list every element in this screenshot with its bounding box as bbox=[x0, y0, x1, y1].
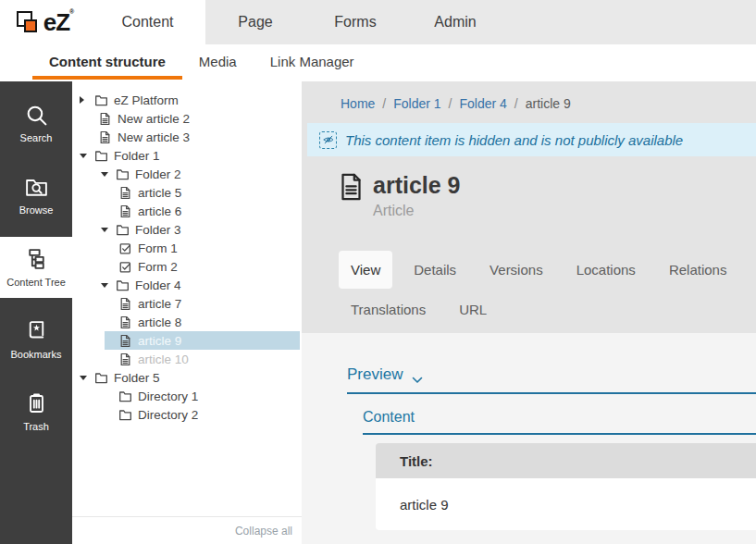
chevron-down-icon[interactable] bbox=[101, 228, 116, 232]
hidden-eye-icon bbox=[323, 134, 334, 145]
tree-item-new-article-2[interactable]: New article 2 bbox=[72, 109, 302, 128]
sidebar-item-label: Bookmarks bbox=[10, 349, 61, 360]
content-header: Home/Folder 1/Folder 4/article 9 This co… bbox=[302, 81, 756, 333]
preview-label: Preview bbox=[347, 365, 403, 384]
tree-item-folder-2[interactable]: Folder 2 bbox=[72, 165, 302, 183]
content-tree-icon bbox=[24, 247, 49, 272]
sidebar-item-browse[interactable]: Browse bbox=[0, 165, 72, 226]
tree-item-directory-2[interactable]: Directory 2 bbox=[72, 405, 302, 424]
tree-item-label: article 7 bbox=[138, 297, 181, 311]
tab-view[interactable]: View bbox=[339, 251, 392, 289]
tab-versions[interactable]: Versions bbox=[477, 251, 555, 289]
ez-logo-icon bbox=[17, 9, 39, 35]
top-tab-forms[interactable]: Forms bbox=[305, 0, 405, 44]
article-icon bbox=[118, 315, 132, 329]
tree-item-folder-5[interactable]: Folder 5 bbox=[72, 368, 302, 387]
tree-item-label: New article 3 bbox=[118, 130, 190, 144]
tab-url[interactable]: URL bbox=[447, 291, 499, 328]
tree-item-label: eZ Platform bbox=[114, 93, 179, 107]
breadcrumb-link-folder-4[interactable]: Folder 4 bbox=[460, 96, 507, 111]
sidebar-item-trash[interactable]: Trash bbox=[0, 381, 72, 442]
sidebar-item-content-tree[interactable]: Content Tree bbox=[0, 237, 72, 298]
article-icon bbox=[98, 112, 112, 126]
top-tab-content[interactable]: Content bbox=[90, 0, 205, 44]
folder-icon bbox=[118, 389, 132, 403]
browse-icon bbox=[24, 175, 49, 200]
tree-item-label: Form 2 bbox=[138, 260, 178, 274]
chevron-down-icon[interactable] bbox=[101, 172, 116, 177]
tree-item-article-9[interactable]: article 9 bbox=[72, 331, 302, 350]
top-nav-tabs: ContentPageFormsAdmin bbox=[90, 0, 505, 44]
secondary-nav: Content structureMediaLink Manager bbox=[0, 44, 756, 81]
breadcrumb-separator: / bbox=[382, 96, 386, 111]
subnav-tab-content-structure[interactable]: Content structure bbox=[32, 44, 182, 81]
chevron-down-icon bbox=[412, 371, 423, 378]
chevron-down-icon[interactable] bbox=[80, 154, 94, 158]
doc-large-icon bbox=[339, 173, 364, 201]
subnav-tab-link-manager[interactable]: Link Manager bbox=[254, 44, 371, 81]
tab-locations[interactable]: Locations bbox=[564, 251, 648, 289]
preview-section-header[interactable]: Preview bbox=[347, 365, 756, 394]
bookmarks-icon bbox=[24, 319, 49, 344]
folder-icon bbox=[118, 408, 132, 422]
sidebar-item-bookmarks[interactable]: Bookmarks bbox=[0, 309, 72, 370]
tree-item-label: New article 2 bbox=[118, 112, 190, 126]
tree-item-label: Folder 1 bbox=[114, 149, 160, 163]
article-icon bbox=[118, 204, 132, 218]
search-icon bbox=[24, 103, 49, 128]
tree-item-form-2[interactable]: Form 2 bbox=[72, 257, 302, 276]
top-nav-bar: eZ® ContentPageFormsAdmin bbox=[0, 0, 756, 44]
ez-logo[interactable]: eZ® bbox=[0, 0, 90, 44]
logo-text: eZ® bbox=[43, 10, 74, 34]
tree-item-label: Folder 3 bbox=[135, 223, 181, 237]
field-table: Title: article 9 bbox=[376, 443, 756, 530]
subnav-tab-media[interactable]: Media bbox=[182, 44, 254, 81]
chevron-right-icon[interactable] bbox=[80, 96, 94, 104]
tree-item-label: article 8 bbox=[138, 315, 181, 329]
field-label: Title: bbox=[376, 443, 756, 478]
hidden-eye-icon bbox=[319, 131, 337, 149]
title-block: article 9 Article bbox=[339, 173, 756, 219]
folder-icon bbox=[94, 371, 108, 385]
folder-icon bbox=[94, 149, 108, 163]
tab-details[interactable]: Details bbox=[402, 251, 468, 289]
breadcrumb-link-folder-1[interactable]: Folder 1 bbox=[393, 96, 440, 111]
content-tree: eZ Platform New article 2 New article 3 … bbox=[72, 81, 302, 424]
tree-item-directory-1[interactable]: Directory 1 bbox=[72, 387, 302, 405]
tree-item-article-10[interactable]: article 10 bbox=[72, 350, 302, 368]
tree-item-article-7[interactable]: article 7 bbox=[72, 294, 302, 313]
article-icon bbox=[98, 130, 112, 144]
top-tab-admin[interactable]: Admin bbox=[405, 0, 505, 44]
registered-mark: ® bbox=[69, 8, 73, 15]
sidebar-item-label: Content Tree bbox=[6, 277, 66, 288]
tree-item-folder-1[interactable]: Folder 1 bbox=[72, 146, 302, 165]
tree-item-label: Directory 2 bbox=[138, 408, 198, 422]
top-tab-page[interactable]: Page bbox=[205, 0, 305, 44]
main-content: Home/Folder 1/Folder 4/article 9 This co… bbox=[302, 81, 756, 544]
tab-relations[interactable]: Relations bbox=[657, 251, 739, 289]
tree-item-folder-3[interactable]: Folder 3 bbox=[72, 220, 302, 239]
sidebar-item-search[interactable]: Search bbox=[0, 93, 72, 154]
chevron-down-icon[interactable] bbox=[101, 283, 116, 288]
field-value: article 9 bbox=[376, 478, 756, 530]
tree-item-form-1[interactable]: Form 1 bbox=[72, 239, 302, 257]
collapse-all-button[interactable]: Collapse all bbox=[235, 525, 292, 538]
tree-item-article-6[interactable]: article 6 bbox=[72, 202, 302, 220]
sidebar-item-label: Search bbox=[20, 132, 53, 143]
article-icon bbox=[118, 186, 132, 200]
breadcrumb-separator: / bbox=[514, 96, 518, 111]
content-type-label: Article bbox=[373, 203, 461, 219]
tree-item-article-5[interactable]: article 5 bbox=[72, 183, 302, 202]
tab-translations[interactable]: Translations bbox=[339, 291, 438, 328]
tree-item-ez-platform[interactable]: eZ Platform bbox=[72, 91, 302, 109]
tree-item-new-article-3[interactable]: New article 3 bbox=[72, 128, 302, 146]
folder-icon bbox=[116, 278, 130, 292]
trash-icon bbox=[24, 391, 49, 416]
tree-item-folder-4[interactable]: Folder 4 bbox=[72, 276, 302, 294]
tree-item-article-8[interactable]: article 8 bbox=[72, 313, 302, 331]
chevron-down-icon[interactable] bbox=[80, 376, 94, 380]
tree-item-label: Form 1 bbox=[138, 241, 178, 255]
tree-item-label: article 9 bbox=[138, 334, 181, 348]
tree-item-label: Folder 2 bbox=[135, 167, 181, 181]
breadcrumb-link-home[interactable]: Home bbox=[341, 96, 375, 111]
